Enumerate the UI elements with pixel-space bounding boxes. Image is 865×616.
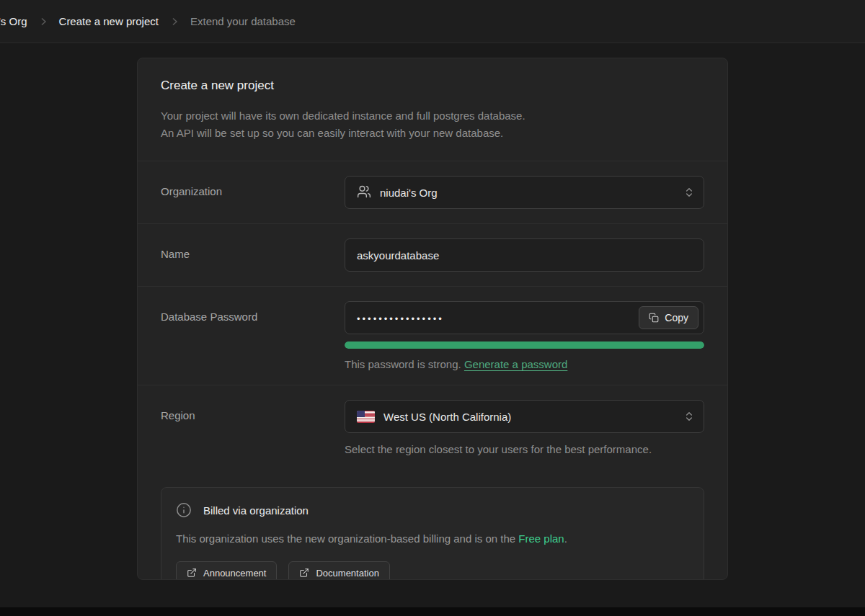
users-icon: [357, 184, 371, 201]
external-link-icon: [299, 568, 309, 578]
name-row: Name askyourdatabase: [138, 224, 727, 287]
project-name-input[interactable]: askyourdatabase: [345, 238, 704, 272]
panel-header: Create a new project Your project will h…: [138, 58, 727, 161]
organization-row: Organization niudai's Org: [138, 161, 727, 224]
billing-box: Billed via organization This organizatio…: [161, 487, 704, 580]
create-project-panel: Create a new project Your project will h…: [137, 58, 728, 580]
chevrons-up-down-icon: [683, 411, 695, 422]
description-line-1: Your project will have its own dedicated…: [161, 107, 704, 125]
generate-password-link[interactable]: Generate a password: [464, 358, 567, 370]
announcement-button-label: Announcement: [203, 568, 266, 579]
breadcrumb: 's Org Create a new project Extend your …: [0, 0, 865, 43]
billing-text: This organization uses the new organizat…: [176, 531, 689, 547]
bottom-strip: [0, 607, 865, 616]
password-row: Database Password •••••••••••••••• Copy …: [138, 287, 727, 385]
description-line-2: An API will be set up so you can easily …: [161, 125, 704, 142]
billing-section: Billed via organization This organizatio…: [138, 470, 727, 580]
copy-icon: [649, 313, 659, 323]
password-input[interactable]: •••••••••••••••• Copy: [345, 301, 704, 334]
billing-title: Billed via organization: [203, 504, 309, 517]
region-value: West US (North California): [383, 411, 511, 423]
us-flag-icon: [357, 411, 375, 423]
chevron-right-icon: [169, 16, 180, 27]
chevrons-up-down-icon: [683, 187, 695, 198]
password-strength-text: This password is strong. Generate a pass…: [345, 358, 704, 370]
documentation-button[interactable]: Documentation: [288, 561, 389, 580]
page-title: Create a new project: [161, 79, 704, 93]
name-label: Name: [161, 238, 345, 260]
organization-select[interactable]: niudai's Org: [345, 176, 704, 209]
region-label: Region: [161, 400, 345, 421]
breadcrumb-create-project[interactable]: Create a new project: [59, 15, 159, 27]
main-content: Create a new project Your project will h…: [0, 43, 865, 607]
password-strength-fill: [345, 342, 704, 349]
password-masked-value: ••••••••••••••••: [357, 312, 444, 324]
organization-label: Organization: [161, 176, 345, 197]
region-help-text: Select the region closest to your users …: [345, 443, 704, 455]
region-row: Region West US (North California) Select…: [138, 385, 727, 470]
breadcrumb-extend-database[interactable]: Extend your database: [190, 15, 296, 27]
copy-button-label: Copy: [665, 312, 688, 323]
password-label: Database Password: [161, 301, 345, 323]
password-strength-bar: [345, 342, 704, 349]
documentation-button-label: Documentation: [316, 568, 378, 579]
info-icon: [176, 502, 192, 518]
free-plan-link[interactable]: Free plan: [518, 532, 564, 545]
external-link-icon: [187, 568, 197, 578]
organization-value: niudai's Org: [380, 187, 438, 199]
chevron-right-icon: [37, 16, 49, 27]
region-select[interactable]: West US (North California): [345, 400, 704, 433]
copy-button[interactable]: Copy: [639, 306, 698, 329]
breadcrumb-org[interactable]: 's Org: [0, 15, 27, 27]
announcement-button[interactable]: Announcement: [176, 561, 277, 580]
